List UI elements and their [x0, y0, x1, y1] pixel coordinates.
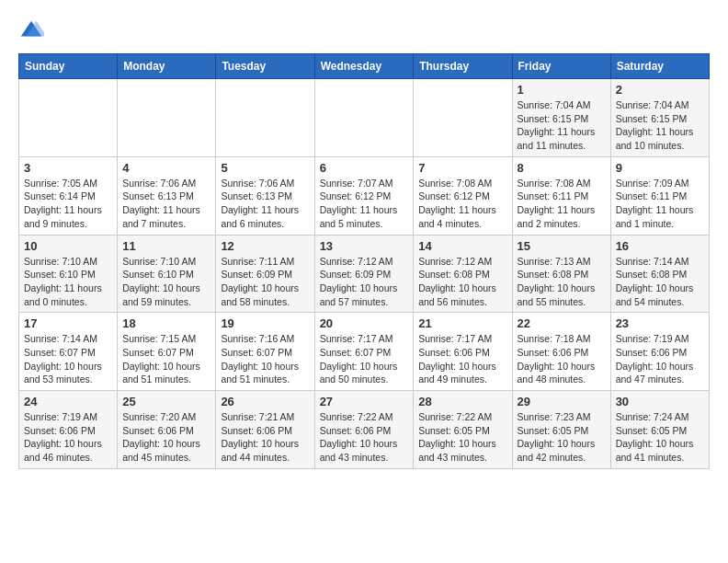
- day-number: 17: [24, 316, 112, 330]
- day-number: 9: [616, 161, 704, 175]
- day-number: 7: [418, 161, 506, 175]
- day-info: Sunrise: 7:22 AMSunset: 6:06 PMDaylight:…: [320, 410, 409, 465]
- column-header-saturday: Saturday: [610, 54, 709, 79]
- day-number: 19: [221, 316, 309, 330]
- day-info: Sunrise: 7:24 AMSunset: 6:05 PMDaylight:…: [616, 410, 704, 465]
- day-info: Sunrise: 7:17 AMSunset: 6:06 PMDaylight:…: [418, 332, 506, 386]
- day-info: Sunrise: 7:05 AMSunset: 6:14 PMDaylight:…: [24, 177, 112, 231]
- day-number: 25: [122, 395, 210, 408]
- day-cell: 17Sunrise: 7:14 AMSunset: 6:07 PMDayligh…: [19, 313, 118, 391]
- day-info: Sunrise: 7:07 AMSunset: 6:12 PMDaylight:…: [320, 177, 409, 231]
- day-cell: 13Sunrise: 7:12 AMSunset: 6:09 PMDayligh…: [314, 235, 414, 313]
- day-cell: 30Sunrise: 7:24 AMSunset: 6:05 PMDayligh…: [610, 391, 709, 469]
- day-number: 8: [518, 161, 606, 175]
- day-info: Sunrise: 7:21 AMSunset: 6:06 PMDaylight:…: [221, 410, 309, 465]
- day-cell: [414, 79, 512, 157]
- day-cell: 12Sunrise: 7:11 AMSunset: 6:09 PMDayligh…: [216, 235, 314, 313]
- day-number: 14: [418, 239, 506, 253]
- day-cell: 15Sunrise: 7:13 AMSunset: 6:08 PMDayligh…: [512, 235, 610, 313]
- day-number: 28: [418, 395, 506, 408]
- day-cell: 5Sunrise: 7:06 AMSunset: 6:13 PMDaylight…: [216, 156, 314, 235]
- day-info: Sunrise: 7:19 AMSunset: 6:06 PMDaylight:…: [24, 410, 112, 465]
- day-number: 16: [616, 239, 704, 253]
- day-number: 15: [518, 239, 606, 253]
- day-number: 2: [616, 83, 704, 97]
- day-number: 4: [122, 161, 210, 175]
- day-info: Sunrise: 7:08 AMSunset: 6:12 PMDaylight:…: [418, 177, 506, 231]
- day-cell: 14Sunrise: 7:12 AMSunset: 6:08 PMDayligh…: [414, 235, 512, 313]
- logo: [18, 18, 48, 44]
- column-header-tuesday: Tuesday: [216, 54, 314, 79]
- day-cell: 28Sunrise: 7:22 AMSunset: 6:05 PMDayligh…: [414, 391, 512, 469]
- calendar-header: SundayMondayTuesdayWednesdayThursdayFrid…: [19, 54, 710, 79]
- day-info: Sunrise: 7:18 AMSunset: 6:06 PMDaylight:…: [518, 332, 606, 386]
- logo-icon: [18, 18, 44, 44]
- day-info: Sunrise: 7:19 AMSunset: 6:06 PMDaylight:…: [616, 332, 704, 386]
- day-number: 18: [122, 316, 210, 330]
- day-cell: 29Sunrise: 7:23 AMSunset: 6:05 PMDayligh…: [512, 391, 610, 469]
- day-info: Sunrise: 7:09 AMSunset: 6:11 PMDaylight:…: [616, 177, 704, 231]
- column-header-monday: Monday: [118, 54, 216, 79]
- day-cell: 27Sunrise: 7:22 AMSunset: 6:06 PMDayligh…: [314, 391, 414, 469]
- day-cell: 25Sunrise: 7:20 AMSunset: 6:06 PMDayligh…: [118, 391, 216, 469]
- day-info: Sunrise: 7:15 AMSunset: 6:07 PMDaylight:…: [122, 332, 210, 386]
- day-info: Sunrise: 7:12 AMSunset: 6:08 PMDaylight:…: [418, 255, 506, 309]
- day-info: Sunrise: 7:20 AMSunset: 6:06 PMDaylight:…: [122, 410, 210, 465]
- day-cell: 21Sunrise: 7:17 AMSunset: 6:06 PMDayligh…: [414, 313, 512, 391]
- day-number: 30: [616, 395, 704, 408]
- day-info: Sunrise: 7:13 AMSunset: 6:08 PMDaylight:…: [518, 255, 606, 309]
- week-row-4: 24Sunrise: 7:19 AMSunset: 6:06 PMDayligh…: [19, 391, 710, 469]
- day-cell: 10Sunrise: 7:10 AMSunset: 6:10 PMDayligh…: [19, 235, 118, 313]
- day-number: 3: [24, 161, 112, 175]
- column-header-friday: Friday: [512, 54, 610, 79]
- column-header-wednesday: Wednesday: [314, 54, 414, 79]
- day-number: 20: [320, 316, 409, 330]
- day-info: Sunrise: 7:16 AMSunset: 6:07 PMDaylight:…: [221, 332, 309, 386]
- day-number: 10: [24, 239, 112, 253]
- day-number: 11: [122, 239, 210, 253]
- day-number: 24: [24, 395, 112, 408]
- day-cell: 22Sunrise: 7:18 AMSunset: 6:06 PMDayligh…: [512, 313, 610, 391]
- column-header-sunday: Sunday: [19, 54, 118, 79]
- day-cell: 1Sunrise: 7:04 AMSunset: 6:15 PMDaylight…: [512, 79, 610, 157]
- calendar-table: SundayMondayTuesdayWednesdayThursdayFrid…: [18, 53, 710, 469]
- week-row-3: 17Sunrise: 7:14 AMSunset: 6:07 PMDayligh…: [19, 313, 710, 391]
- day-info: Sunrise: 7:23 AMSunset: 6:05 PMDaylight:…: [518, 410, 606, 465]
- day-info: Sunrise: 7:08 AMSunset: 6:11 PMDaylight:…: [518, 177, 606, 231]
- day-info: Sunrise: 7:11 AMSunset: 6:09 PMDaylight:…: [221, 255, 309, 309]
- day-info: Sunrise: 7:17 AMSunset: 6:07 PMDaylight:…: [320, 332, 409, 386]
- day-cell: 18Sunrise: 7:15 AMSunset: 6:07 PMDayligh…: [118, 313, 216, 391]
- day-cell: [314, 79, 414, 157]
- day-number: 1: [518, 83, 606, 97]
- day-number: 12: [221, 239, 309, 253]
- day-cell: 9Sunrise: 7:09 AMSunset: 6:11 PMDaylight…: [610, 156, 709, 235]
- day-number: 5: [221, 161, 309, 175]
- day-cell: 20Sunrise: 7:17 AMSunset: 6:07 PMDayligh…: [314, 313, 414, 391]
- day-info: Sunrise: 7:12 AMSunset: 6:09 PMDaylight:…: [320, 255, 409, 309]
- day-info: Sunrise: 7:22 AMSunset: 6:05 PMDaylight:…: [418, 410, 506, 465]
- day-number: 26: [221, 395, 309, 408]
- week-row-0: 1Sunrise: 7:04 AMSunset: 6:15 PMDaylight…: [19, 79, 710, 157]
- week-row-1: 3Sunrise: 7:05 AMSunset: 6:14 PMDaylight…: [19, 156, 710, 235]
- day-info: Sunrise: 7:04 AMSunset: 6:15 PMDaylight:…: [518, 98, 606, 153]
- day-cell: 11Sunrise: 7:10 AMSunset: 6:10 PMDayligh…: [118, 235, 216, 313]
- day-cell: 3Sunrise: 7:05 AMSunset: 6:14 PMDaylight…: [19, 156, 118, 235]
- day-number: 13: [320, 239, 409, 253]
- header-row: SundayMondayTuesdayWednesdayThursdayFrid…: [19, 54, 710, 79]
- day-cell: [216, 79, 314, 157]
- day-number: 22: [518, 316, 606, 330]
- day-cell: 19Sunrise: 7:16 AMSunset: 6:07 PMDayligh…: [216, 313, 314, 391]
- calendar-body: 1Sunrise: 7:04 AMSunset: 6:15 PMDaylight…: [19, 79, 710, 469]
- day-number: 6: [320, 161, 409, 175]
- day-info: Sunrise: 7:06 AMSunset: 6:13 PMDaylight:…: [221, 177, 309, 231]
- day-cell: 16Sunrise: 7:14 AMSunset: 6:08 PMDayligh…: [610, 235, 709, 313]
- day-cell: [19, 79, 118, 157]
- day-cell: 8Sunrise: 7:08 AMSunset: 6:11 PMDaylight…: [512, 156, 610, 235]
- day-number: 27: [320, 395, 409, 408]
- day-info: Sunrise: 7:14 AMSunset: 6:07 PMDaylight:…: [24, 332, 112, 386]
- day-number: 23: [616, 316, 704, 330]
- week-row-2: 10Sunrise: 7:10 AMSunset: 6:10 PMDayligh…: [19, 235, 710, 313]
- day-cell: 26Sunrise: 7:21 AMSunset: 6:06 PMDayligh…: [216, 391, 314, 469]
- day-cell: 7Sunrise: 7:08 AMSunset: 6:12 PMDaylight…: [414, 156, 512, 235]
- page-header: [18, 18, 710, 44]
